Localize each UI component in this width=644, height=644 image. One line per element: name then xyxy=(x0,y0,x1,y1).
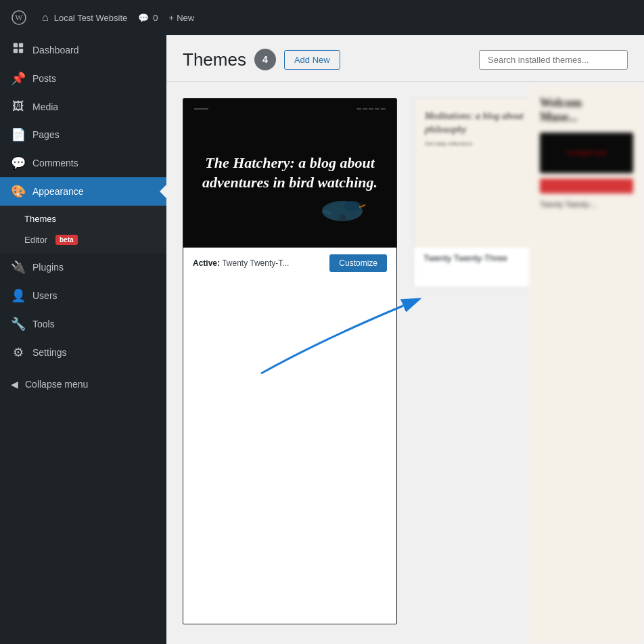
tools-icon: 🔧 xyxy=(11,317,26,331)
svg-text:W: W xyxy=(15,13,23,22)
sidebar-item-tools[interactable]: 🔧 Tools xyxy=(0,310,166,338)
active-arrow-indicator xyxy=(160,183,166,200)
themes-count-badge: 4 xyxy=(254,49,276,70)
sidebar-item-label: Pages xyxy=(32,129,156,140)
collapse-icon: ◀ xyxy=(11,379,18,390)
sidebar-item-label: Tools xyxy=(32,319,156,329)
main-layout: Dashboard 📌 Posts 🖼 Media 📄 Pages 💬 Comm… xyxy=(0,35,644,644)
dashboard-icon xyxy=(11,42,26,58)
svg-rect-2 xyxy=(14,43,18,47)
admin-bar: W ⌂ Local Test Website 💬 0 + New xyxy=(0,0,644,35)
posts-icon: 📌 xyxy=(11,71,26,86)
collapse-label: Collapse menu xyxy=(25,379,88,390)
theme-screenshot-tt4: ▬▬▬ ▬ ▬ ▬ ▬ ▬ The Hatchery: a blog about… xyxy=(183,99,396,248)
plugins-icon: 🔌 xyxy=(11,260,26,275)
sidebar-item-label: Comments xyxy=(32,158,156,168)
themes-title: Themes xyxy=(183,49,246,70)
svg-rect-5 xyxy=(19,49,23,53)
themes-submenu-label: Themes xyxy=(24,214,56,224)
active-theme-name: Twenty Twenty-T... xyxy=(222,258,289,268)
sidebar-item-appearance[interactable]: 🎨 Appearance xyxy=(0,177,166,206)
settings-icon: ⚙ xyxy=(11,345,26,360)
sidebar-item-label: Posts xyxy=(32,73,156,84)
svg-point-8 xyxy=(360,204,363,206)
themes-header: Themes 4 Add New xyxy=(166,35,644,82)
sidebar-item-media[interactable]: 🖼 Media xyxy=(0,93,166,120)
sidebar-item-users[interactable]: 👤 Users xyxy=(0,281,166,310)
sidebar-item-posts[interactable]: 📌 Posts xyxy=(0,64,166,93)
collapse-menu[interactable]: ◀ Collapse menu xyxy=(0,372,166,396)
sidebar-item-pages[interactable]: 📄 Pages xyxy=(0,120,166,149)
add-new-button[interactable]: Add New xyxy=(284,50,340,70)
appearance-icon: 🎨 xyxy=(11,184,26,199)
appearance-submenu: Themes Editor beta xyxy=(0,206,166,253)
search-themes-input[interactable] xyxy=(479,50,628,70)
sidebar-item-plugins[interactable]: 🔌 Plugins xyxy=(0,253,166,281)
submenu-item-themes[interactable]: Themes xyxy=(0,208,166,229)
svg-rect-3 xyxy=(19,43,23,47)
sidebar-item-label: Plugins xyxy=(32,262,156,273)
right-panel-pink-bar xyxy=(540,179,633,193)
new-plus-icon: + xyxy=(169,13,175,23)
theme-card-tt4[interactable]: ▬▬▬ ▬ ▬ ▬ ▬ ▬ The Hatchery: a blog about… xyxy=(183,98,397,624)
sidebar-item-label: Users xyxy=(32,290,156,301)
comments-menu-icon: 💬 xyxy=(11,156,26,170)
sidebar-item-label: Appearance xyxy=(32,186,156,197)
theme-tt4-footer: Active: Twenty Twenty-T... Customize xyxy=(183,248,396,279)
beta-badge: beta xyxy=(55,235,78,245)
content-area: Themes 4 Add New ▬▬▬ ▬ ▬ ▬ ▬ ▬ The Hatch… xyxy=(166,35,644,644)
admin-bar-comments[interactable]: 💬 0 xyxy=(138,13,158,23)
editor-submenu-label: Editor xyxy=(24,235,47,245)
active-label-text: Active: xyxy=(193,258,220,268)
media-icon: 🖼 xyxy=(11,99,26,114)
new-label: New xyxy=(177,13,194,23)
sidebar-item-settings[interactable]: ⚙ Settings xyxy=(0,338,166,367)
admin-bar-new[interactable]: + New xyxy=(169,13,195,23)
right-side-panel: WelcomMuse... a Graphic Font Twenty Twen… xyxy=(529,85,644,644)
sidebar-item-label: Media xyxy=(32,101,156,112)
sidebar: Dashboard 📌 Posts 🖼 Media 📄 Pages 💬 Comm… xyxy=(0,35,166,644)
site-name: Local Test Website xyxy=(54,13,128,23)
submenu-item-editor[interactable]: Editor beta xyxy=(0,229,166,250)
right-panel-card-text: a Graphic Font xyxy=(566,150,607,156)
bird-silhouette xyxy=(315,187,369,234)
sidebar-item-comments[interactable]: 💬 Comments xyxy=(0,149,166,177)
comments-count: 0 xyxy=(153,13,158,23)
right-panel-theme-label: Twenty Twenty-... xyxy=(540,200,633,208)
pages-icon: 📄 xyxy=(11,127,26,142)
svg-rect-4 xyxy=(14,49,18,53)
customize-button[interactable]: Customize xyxy=(329,254,387,272)
sidebar-item-dashboard[interactable]: Dashboard xyxy=(0,35,166,64)
right-panel-card: a Graphic Font xyxy=(540,133,633,173)
theme-mockup-bar: ▬▬▬ ▬ ▬ ▬ ▬ ▬ xyxy=(183,106,396,110)
admin-bar-site[interactable]: ⌂ Local Test Website xyxy=(42,12,127,24)
sidebar-item-label: Settings xyxy=(32,347,156,358)
sidebar-item-label: Dashboard xyxy=(32,45,156,55)
users-icon: 👤 xyxy=(11,288,26,303)
svg-point-7 xyxy=(344,201,361,212)
wp-logo-icon[interactable]: W xyxy=(7,5,31,30)
comments-icon: 💬 xyxy=(138,13,149,23)
home-icon: ⌂ xyxy=(42,12,49,24)
right-panel-title: WelcomMuse... xyxy=(540,96,633,124)
theme-active-label: Active: Twenty Twenty-T... xyxy=(193,258,289,268)
